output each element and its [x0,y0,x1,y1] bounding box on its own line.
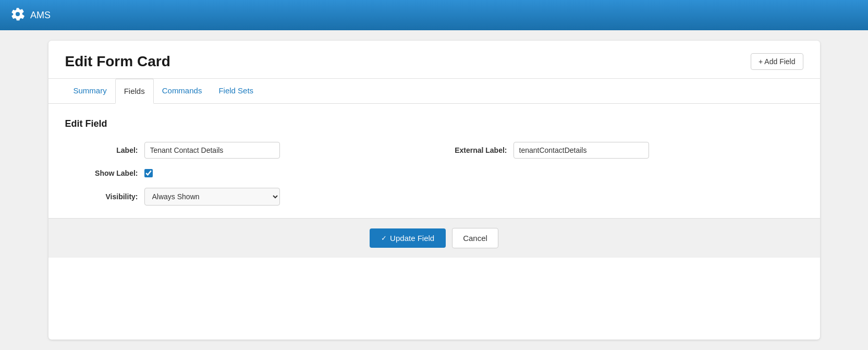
tab-fields[interactable]: Fields [115,79,154,104]
gear-icon [10,7,25,24]
form-footer: ✓ Update Field Cancel [48,218,820,258]
cancel-button[interactable]: Cancel [452,228,498,248]
visibility-select[interactable]: Always Shown Hidden Conditional [144,188,280,206]
label-row: Label: External Label: [65,142,803,159]
app-name-label: AMS [30,10,51,21]
label-input[interactable] [144,142,280,159]
visibility-row: Visibility: Always Shown Hidden Conditio… [65,188,803,206]
tab-field-sets[interactable]: Field Sets [210,79,262,104]
label-field-label: Label: [65,146,138,154]
main-wrapper: Edit Form Card + Add Field Summary Field… [0,30,868,350]
visibility-col: Visibility: Always Shown Hidden Conditio… [65,188,803,206]
tab-commands[interactable]: Commands [154,79,211,104]
tab-summary[interactable]: Summary [65,79,115,104]
update-field-label: Update Field [390,234,434,243]
label-col: Label: [65,142,434,159]
page-title: Edit Form Card [65,53,170,70]
form-body: Edit Field Label: External Label: Show L… [48,104,820,206]
card-header: Edit Form Card + Add Field [48,41,820,79]
visibility-field-label: Visibility: [65,192,138,201]
show-label-row: Show Label: [65,169,803,177]
external-label-col: External Label: [434,142,803,159]
add-field-button[interactable]: + Add Field [751,53,803,70]
checkmark-icon: ✓ [381,234,387,242]
external-label-field-label: External Label: [434,146,507,154]
show-label-col: Show Label: [65,169,803,177]
show-label-checkbox[interactable] [144,169,153,177]
tabs-bar: Summary Fields Commands Field Sets [48,79,820,104]
external-label-input[interactable] [514,142,649,159]
update-field-button[interactable]: ✓ Update Field [370,228,446,248]
edit-field-title: Edit Field [65,118,803,129]
main-card: Edit Form Card + Add Field Summary Field… [48,41,820,340]
brand: AMS [10,7,51,24]
navbar: AMS [0,0,868,30]
show-label-field-label: Show Label: [65,169,138,177]
